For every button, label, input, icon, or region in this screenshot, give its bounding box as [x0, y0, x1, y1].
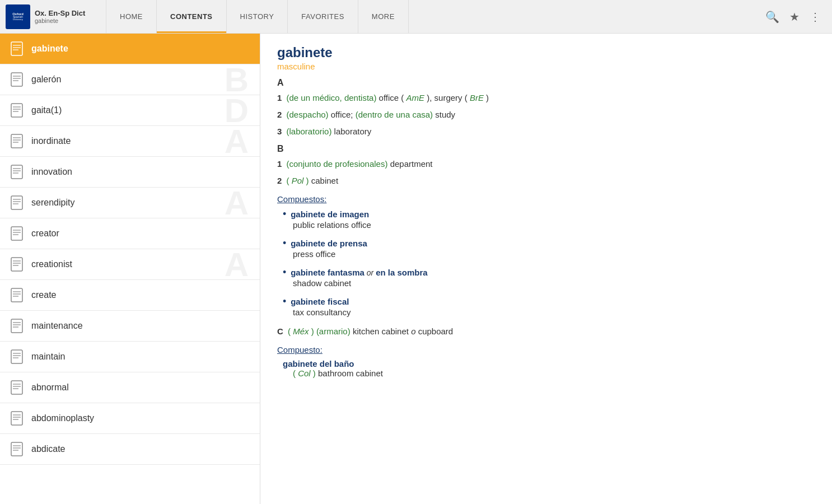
- def-context: ): [306, 176, 309, 185]
- def-text: bathroom cabinet: [318, 368, 383, 378]
- logo-title: Ox. En-Sp Dict gabinete: [35, 9, 85, 24]
- svg-rect-20: [11, 196, 22, 209]
- compound-connector: or: [367, 268, 376, 277]
- word-icon: [9, 102, 25, 118]
- list-item[interactable]: gabinete: [0, 34, 260, 64]
- compound-entry: • gabinete de imagen public relations of…: [277, 208, 815, 230]
- svg-rect-48: [11, 412, 22, 425]
- list-item[interactable]: abdominoplasty: [0, 403, 260, 434]
- def-text: cabinet: [311, 176, 338, 185]
- def-text: department: [390, 159, 433, 169]
- more-icon[interactable]: ⋮: [810, 10, 821, 24]
- word-icon: [9, 226, 25, 241]
- def-context: (conjunto de profesionales): [287, 159, 388, 169]
- compound-definition: shadow cabinet: [283, 278, 815, 288]
- def-context: (laboratorio): [287, 127, 332, 136]
- compound-bullet: •: [283, 267, 286, 278]
- svg-rect-40: [11, 350, 22, 363]
- bg-letter: A: [225, 122, 249, 161]
- list-item[interactable]: serendipity A: [0, 188, 260, 218]
- def-text2: study: [435, 110, 455, 119]
- entry-headword: gabinete: [277, 45, 815, 60]
- sidebar-item-label: abdominoplasty: [31, 413, 94, 423]
- compound-bullet: •: [283, 208, 286, 220]
- tab-contents[interactable]: CONTENTS: [156, 0, 227, 33]
- logo-area: Oxford Spanish Dictionary Ox. En-Sp Dict…: [6, 4, 106, 29]
- section-a-label: A: [277, 78, 815, 88]
- sidebar-item-label: galerón: [31, 74, 61, 85]
- favorites-icon[interactable]: ★: [789, 10, 800, 24]
- svg-rect-0: [11, 42, 22, 55]
- bg-letter: A: [225, 184, 249, 222]
- svg-rect-52: [11, 442, 22, 456]
- def-context2: (armario): [316, 326, 350, 336]
- list-item[interactable]: abdicate: [0, 434, 260, 465]
- list-item[interactable]: inordinate A: [0, 126, 260, 157]
- def-text: ), surgery (: [427, 93, 468, 102]
- list-item[interactable]: innovation: [0, 157, 260, 188]
- compound-name: gabinete del baño: [283, 359, 354, 368]
- definition-b2: 2 ( Pol ) cabinet: [277, 174, 815, 188]
- compound-entry: • gabinete de prensa press office: [277, 237, 815, 259]
- tab-favorites[interactable]: FAVORITES: [287, 0, 358, 33]
- list-item[interactable]: abnormal: [0, 372, 260, 403]
- compound-name: gabinete de imagen: [291, 209, 369, 219]
- def-number: 1: [277, 159, 282, 169]
- sidebar-item-label: gabinete: [31, 44, 68, 54]
- sidebar-item-label: create: [31, 290, 56, 300]
- svg-rect-24: [11, 227, 22, 240]
- word-icon: [9, 410, 25, 426]
- svg-rect-36: [11, 319, 22, 333]
- word-icon: [9, 195, 25, 211]
- def-regional: Méx: [293, 326, 309, 336]
- list-item[interactable]: creator: [0, 218, 260, 249]
- main-layout: gabinete galerón B gaita(1) D inordinate…: [0, 34, 832, 504]
- list-item[interactable]: create: [0, 280, 260, 311]
- definition-c: C ( Méx ) (armario) kitchen cabinet o cu…: [277, 325, 815, 338]
- def-text: laboratory: [334, 127, 372, 136]
- def-number: 2: [277, 176, 282, 185]
- definition-a3: 3 (laboratorio) laboratory: [277, 125, 815, 138]
- list-item[interactable]: creationist A: [0, 249, 260, 280]
- entry-part-of-speech: masculine: [277, 62, 815, 71]
- compound-name: gabinete de prensa: [291, 239, 367, 248]
- word-icon: [9, 318, 25, 334]
- section-c: C ( Méx ) (armario) kitchen cabinet o cu…: [277, 325, 815, 378]
- tab-home[interactable]: HOME: [106, 0, 157, 33]
- compound-name: gabinete fiscal: [291, 297, 349, 306]
- sidebar-item-label: innovation: [31, 167, 72, 177]
- def-context: (de un médico, dentista): [287, 93, 377, 102]
- svg-rect-8: [11, 104, 22, 117]
- list-item[interactable]: gaita(1) D: [0, 95, 260, 126]
- sidebar-item-label: abdicate: [31, 444, 66, 454]
- def-text: ): [486, 93, 489, 102]
- def-context: (: [288, 326, 291, 336]
- navigation-tabs: HOME CONTENTS HISTORY FAVORITES MORE: [106, 0, 765, 33]
- compuestos-label[interactable]: Compuestos:: [277, 194, 815, 204]
- svg-rect-12: [11, 134, 22, 148]
- word-icon: [9, 133, 25, 149]
- compound-definition: tax consultancy: [283, 307, 815, 317]
- word-icon: [9, 164, 25, 180]
- compound-entry: • gabinete fantasma or en la sombra shad…: [277, 267, 815, 288]
- sidebar-item-label: maintenance: [31, 321, 83, 331]
- compuesto-singular-label[interactable]: Compuesto:: [277, 345, 815, 354]
- def-regional: Col: [298, 368, 311, 378]
- compound-name-2: en la sombra: [376, 268, 428, 277]
- def-text: office (: [379, 93, 404, 102]
- tab-more[interactable]: MORE: [358, 0, 409, 33]
- compound-definition: ( Col ) bathroom cabinet: [283, 368, 815, 378]
- bg-letter: A: [225, 245, 249, 284]
- list-item[interactable]: maintenance: [0, 311, 260, 342]
- sidebar-item-label: serendipity: [31, 198, 74, 208]
- def-context: (: [287, 176, 289, 185]
- app-logo: Oxford Spanish Dictionary: [6, 4, 30, 29]
- list-item[interactable]: galerón B: [0, 64, 260, 95]
- sidebar-item-label: maintain: [31, 352, 65, 362]
- list-item[interactable]: maintain: [0, 342, 260, 372]
- bg-letter: B: [225, 60, 249, 99]
- search-icon[interactable]: 🔍: [765, 10, 779, 24]
- app-title: Ox. En-Sp Dict: [35, 9, 85, 17]
- tab-history[interactable]: HISTORY: [226, 0, 288, 33]
- word-icon: [9, 72, 25, 87]
